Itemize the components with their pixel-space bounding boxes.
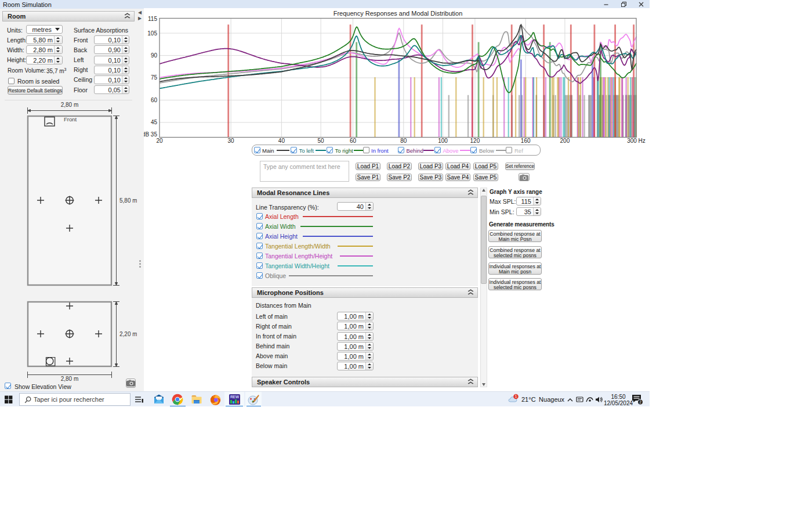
svg-text:100: 100: [438, 138, 448, 144]
svg-text:115: 115: [148, 16, 157, 22]
svg-text:REW: REW: [230, 395, 240, 399]
svg-text:Front: Front: [64, 116, 77, 123]
svg-text:60: 60: [350, 138, 357, 144]
svg-text:200: 200: [560, 138, 570, 144]
svg-text:1: 1: [515, 394, 517, 398]
svg-text:120: 120: [470, 138, 480, 144]
svg-text:300 Hz: 300 Hz: [627, 138, 646, 144]
svg-text:2,20 m: 2,20 m: [119, 331, 137, 337]
svg-text:Frequency Responses and Modal: Frequency Responses and Modal Distributi…: [334, 10, 463, 17]
svg-text:2,80 m: 2,80 m: [61, 376, 79, 382]
svg-text:60: 60: [151, 97, 158, 103]
svg-text:45: 45: [151, 119, 158, 125]
svg-text:dB 35: dB 35: [144, 131, 157, 138]
svg-text:20: 20: [156, 138, 163, 144]
svg-text:40: 40: [278, 138, 285, 144]
svg-text:160: 160: [521, 138, 531, 144]
svg-text:5,80 m: 5,80 m: [119, 197, 137, 204]
svg-text:2: 2: [639, 400, 641, 404]
svg-text:2,80 m: 2,80 m: [61, 102, 79, 108]
svg-text:50: 50: [318, 138, 325, 144]
svg-text:80: 80: [400, 138, 407, 144]
svg-text:30: 30: [228, 138, 235, 144]
svg-text:105: 105: [147, 30, 157, 37]
svg-text:75: 75: [151, 74, 158, 81]
svg-text:90: 90: [151, 52, 158, 59]
